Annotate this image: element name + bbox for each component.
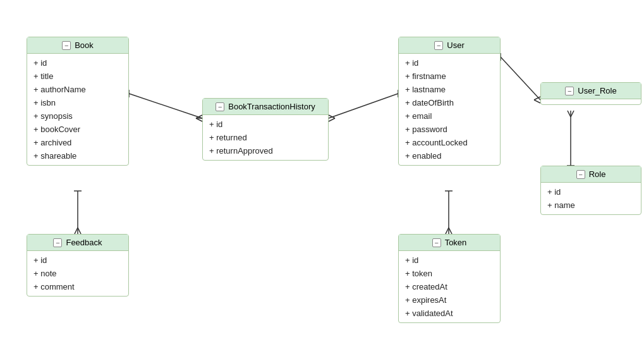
book-field-isbn: + isbn [27,96,128,109]
book-field-bookcover: + bookCover [27,123,128,136]
token-table-title: Token [445,238,467,247]
token-field-createdat: + createdAt [399,280,500,293]
user-field-firstname: + firstname [399,70,500,83]
book-field-shareable: + shareable [27,149,128,162]
bth-table-body: + id + returned + returnApproved [203,115,328,160]
svg-line-0 [129,94,202,118]
role-collapse-icon[interactable]: − [576,170,585,179]
feedback-table: − Feedback + id + note + comment [27,234,129,297]
book-table-body: + id + title + authorName + isbn + synop… [27,54,128,165]
user-table: − User + id + firstname + lastname + dat… [398,37,501,166]
feedback-table-body: + id + note + comment [27,251,128,296]
user-field-accountlocked: + accountLocked [399,136,500,149]
token-table-header: − Token [399,235,500,251]
book-field-title: + title [27,70,128,83]
book-collapse-icon[interactable]: − [62,41,71,50]
userrole-table-header: − User_Role [541,83,641,99]
token-table: − Token + id + token + createdAt + expir… [398,234,501,323]
book-table: − Book + id + title + authorName + isbn … [27,37,129,166]
user-table-header: − User [399,37,500,54]
user-field-id: + id [399,56,500,70]
svg-line-9 [501,57,540,100]
svg-line-15 [571,111,574,117]
feedback-collapse-icon[interactable]: − [53,238,62,247]
bth-table-title: BookTransactionHistory [228,102,315,111]
bth-table: − BookTransactionHistory + id + returned… [202,98,329,161]
token-collapse-icon[interactable]: − [432,238,441,247]
svg-line-8 [329,118,335,121]
diagram-canvas: − Book + id + title + authorName + isbn … [0,0,644,349]
feedback-field-comment: + comment [27,280,128,293]
svg-line-3 [196,118,202,121]
bth-table-header: − BookTransactionHistory [203,99,328,115]
userrole-table: − User_Role [540,82,641,105]
token-table-body: + id + token + createdAt + expiresAt + v… [399,251,500,322]
svg-line-7 [329,115,335,118]
feedback-field-id: + id [27,254,128,267]
role-table-title: Role [589,169,606,179]
svg-line-11 [534,97,540,100]
user-collapse-icon[interactable]: − [434,41,443,50]
svg-line-5 [329,94,398,118]
book-field-authorname: + authorName [27,83,128,96]
user-table-title: User [447,40,464,50]
feedback-table-header: − Feedback [27,235,128,251]
user-field-email: + email [399,109,500,123]
bth-field-returned: + returned [203,131,328,144]
svg-line-2 [196,115,202,118]
book-table-title: Book [75,40,94,50]
token-field-token: + token [399,267,500,280]
svg-line-12 [534,100,540,103]
svg-line-23 [446,228,449,234]
book-field-synopsis: + synopsis [27,109,128,123]
svg-line-14 [568,111,571,117]
feedback-field-note: + note [27,267,128,280]
svg-line-24 [449,228,452,234]
token-field-expiresat: + expiresAt [399,293,500,307]
bth-collapse-icon[interactable]: − [216,102,224,111]
feedback-table-title: Feedback [66,238,102,247]
userrole-table-body [541,99,641,104]
token-field-id: + id [399,254,500,267]
book-field-id: + id [27,56,128,70]
book-field-archived: + archived [27,136,128,149]
user-field-dob: + dateOfBirth [399,96,500,109]
user-field-enabled: + enabled [399,149,500,162]
role-field-name: + name [541,199,641,212]
userrole-table-title: User_Role [578,86,616,95]
user-field-lastname: + lastname [399,83,500,96]
role-table-body: + id + name [541,183,641,214]
role-table-header: − Role [541,166,641,183]
user-table-body: + id + firstname + lastname + dateOfBirt… [399,54,500,165]
role-field-id: + id [541,185,641,199]
role-table: − Role + id + name [540,166,641,215]
token-field-validatedat: + validatedAt [399,307,500,320]
userrole-collapse-icon[interactable]: − [565,87,574,95]
book-table-header: − Book [27,37,128,54]
svg-line-20 [78,228,81,234]
bth-field-id: + id [203,118,328,131]
bth-field-returnapproved: + returnApproved [203,144,328,157]
user-field-password: + password [399,123,500,136]
svg-line-19 [75,228,78,234]
